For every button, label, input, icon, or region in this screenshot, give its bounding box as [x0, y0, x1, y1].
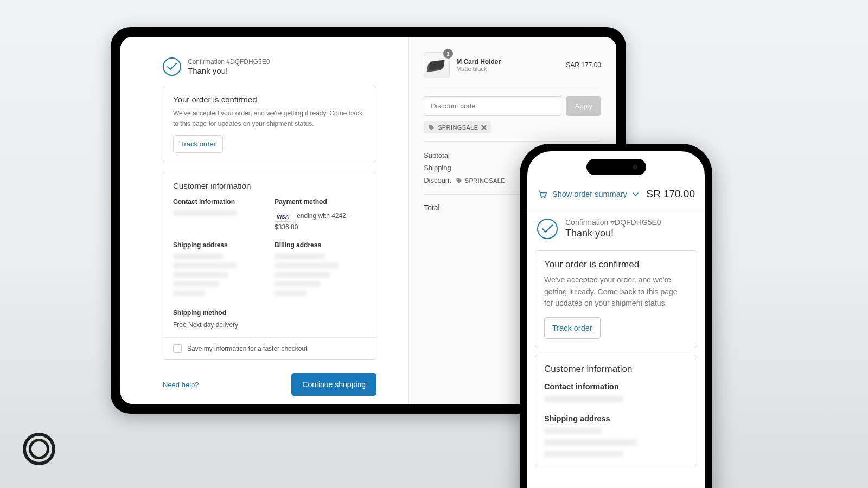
- billing-address-label: Billing address: [275, 241, 366, 249]
- shipping-method-label: Shipping method: [173, 309, 366, 317]
- customer-information-title: Customer information: [544, 364, 688, 375]
- redacted-text: [173, 262, 237, 268]
- checkmark-circle-icon: [163, 57, 181, 76]
- track-order-button[interactable]: Track order: [544, 317, 601, 339]
- save-info-checkbox[interactable]: [173, 344, 182, 353]
- phone-device-frame: Show order summary SR 170.00 Confirmatio…: [520, 144, 712, 488]
- tag-icon: [456, 177, 462, 184]
- redacted-text: [173, 281, 219, 287]
- order-confirmed-card: Your order is confirmed We've accepted y…: [163, 86, 376, 162]
- redacted-text: [173, 290, 205, 296]
- redacted-text: [275, 262, 339, 268]
- discount-code-input[interactable]: [424, 96, 561, 116]
- order-total: SR 170.00: [646, 188, 695, 200]
- apply-discount-button[interactable]: Apply: [566, 96, 601, 116]
- phone-screen: Show order summary SR 170.00 Confirmatio…: [527, 151, 705, 488]
- thank-you-title: Thank you!: [188, 66, 270, 75]
- order-confirmed-title: Your order is confirmed: [544, 259, 688, 270]
- confirmation-pane: Confirmation #DQFDHG5E0 Thank you! Your …: [120, 37, 408, 404]
- save-info-row: Save my information for a faster checkou…: [163, 337, 376, 359]
- contact-information-block: Contact information: [173, 198, 265, 232]
- contact-information-label: Contact information: [544, 382, 688, 391]
- applied-discounts-row: SPRINGSALE: [424, 121, 601, 141]
- dynamic-island: [586, 159, 646, 175]
- discount-mini-tag: SPRINGSALE: [456, 177, 505, 184]
- shipping-label: Shipping: [424, 164, 451, 172]
- shipping-address-label: Shipping address: [544, 414, 688, 423]
- discount-tag: SPRINGSALE: [424, 121, 491, 133]
- discount-mini-tag-label: SPRINGSALE: [465, 177, 505, 184]
- continue-shopping-button[interactable]: Continue shopping: [291, 373, 376, 396]
- tag-icon: [428, 124, 435, 131]
- total-label: Total: [424, 203, 440, 212]
- redacted-text: [173, 210, 237, 216]
- customer-information-title: Customer information: [173, 181, 366, 190]
- redacted-text: [275, 272, 329, 278]
- product-thumbnail: 1: [424, 52, 450, 78]
- save-info-label: Save my information for a faster checkou…: [187, 345, 307, 352]
- redacted-text: [544, 396, 623, 402]
- contact-information-label: Contact information: [173, 198, 265, 206]
- billing-address-block: Billing address: [275, 241, 366, 299]
- discount-row: Apply: [424, 87, 601, 121]
- discount-tag-label: SPRINGSALE: [438, 124, 478, 131]
- customer-information-card: Customer information Contact information…: [163, 172, 376, 360]
- line-item-price: SAR 177.00: [566, 61, 601, 69]
- shipping-address-label: Shipping address: [173, 241, 265, 249]
- confirmation-header: Confirmation #DQFDHG5E0 Thank you!: [527, 209, 705, 243]
- redacted-text: [544, 428, 602, 434]
- confirmation-eyebrow: Confirmation #DQFDHG5E0: [188, 58, 270, 66]
- line-item: 1 M Card Holder Matte black SAR 177.00: [424, 52, 601, 87]
- need-help-link[interactable]: Need help?: [163, 381, 199, 389]
- shipping-method-block: Shipping method Free Next day delivery: [173, 309, 366, 329]
- redacted-text: [544, 451, 623, 457]
- confirmation-eyebrow: Confirmation #DQFDHG5E0: [565, 218, 661, 227]
- order-confirmed-card: Your order is confirmed We've accepted y…: [535, 250, 697, 348]
- redacted-text: [173, 272, 228, 278]
- payment-method-block: Payment method VISA ending with 4242 - $…: [275, 198, 366, 232]
- cart-icon: [537, 189, 547, 200]
- order-summary-toggle-bar: Show order summary SR 170.00: [527, 183, 705, 209]
- thank-you-title: Thank you!: [565, 228, 661, 239]
- order-confirmed-body: We've accepted your order, and we're get…: [173, 108, 366, 129]
- show-order-summary-label: Show order summary: [552, 190, 627, 198]
- track-order-button[interactable]: Track order: [173, 135, 223, 153]
- order-confirmed-body: We've accepted your order, and we're get…: [544, 274, 688, 310]
- shipping-address-block: Shipping address: [173, 241, 265, 299]
- confirmation-text: Confirmation #DQFDHG5E0 Thank you!: [188, 58, 270, 75]
- confirmation-header: Confirmation #DQFDHG5E0 Thank you!: [163, 57, 376, 76]
- confirmation-text: Confirmation #DQFDHG5E0 Thank you!: [565, 218, 661, 239]
- redacted-text: [275, 253, 325, 259]
- customer-information-card: Customer information Contact information…: [535, 355, 697, 466]
- svg-point-1: [544, 197, 546, 198]
- brand-logo-icon: [23, 433, 55, 465]
- redacted-text: [275, 290, 307, 296]
- payment-method-label: Payment method: [275, 198, 366, 206]
- redacted-text: [275, 281, 321, 287]
- remove-discount-icon[interactable]: [481, 125, 487, 130]
- product-variant: Matte black: [456, 66, 559, 72]
- redacted-text: [544, 439, 637, 446]
- redacted-text: [173, 253, 224, 259]
- chevron-down-icon: [632, 191, 639, 198]
- line-item-info: M Card Holder Matte black: [456, 58, 559, 72]
- shipping-method-value: Free Next day delivery: [173, 321, 366, 329]
- actions-row: Need help? Continue shopping: [163, 373, 376, 396]
- product-name: M Card Holder: [456, 58, 559, 66]
- visa-card-icon: VISA: [275, 210, 291, 222]
- product-shape-icon: [429, 60, 445, 70]
- quantity-badge: 1: [443, 49, 453, 59]
- subtotal-label: Subtotal: [424, 151, 450, 159]
- show-order-summary-toggle[interactable]: Show order summary: [537, 189, 639, 200]
- discount-total-label: Discount: [424, 176, 451, 184]
- order-confirmed-title: Your order is confirmed: [173, 95, 366, 104]
- checkmark-circle-icon: [537, 219, 558, 239]
- svg-point-0: [541, 197, 542, 198]
